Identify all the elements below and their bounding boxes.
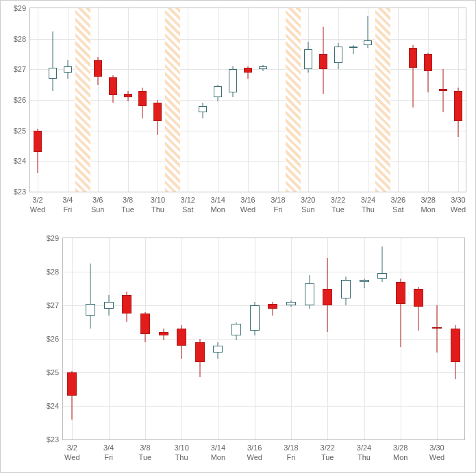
candle-body	[364, 40, 372, 45]
x-tick-label: 3/4Fri	[103, 439, 114, 463]
candle-body	[259, 66, 267, 69]
candle-body	[195, 342, 205, 362]
candle-body	[49, 68, 57, 79]
gridline-v	[308, 8, 309, 192]
gridline-h	[63, 372, 464, 373]
x-tick-label: 3/16Wed	[247, 439, 262, 463]
candle-body	[409, 48, 417, 68]
gridline-v	[248, 8, 249, 192]
x-tick-label: 3/22Tue	[321, 439, 335, 463]
gridline-v	[255, 238, 255, 439]
gridline-v	[188, 8, 188, 192]
candle-body	[377, 273, 387, 278]
candle-wick	[90, 264, 90, 329]
y-tick-label: $27	[47, 301, 63, 309]
x-tick-label: 3/24Thu	[357, 439, 371, 463]
y-tick-label: $29	[47, 234, 63, 242]
x-tick-label: 3/28Mon	[421, 192, 435, 215]
gridline-v	[291, 238, 292, 439]
y-tick-label: $25	[47, 368, 63, 376]
y-tick-label: $24	[47, 402, 63, 410]
x-tick-label: 3/14Mon	[211, 439, 225, 463]
weekend-hatch	[165, 8, 180, 192]
candle-body	[414, 289, 423, 307]
candle-wick	[443, 69, 444, 112]
y-tick-label: $26	[47, 335, 63, 343]
y-tick-label: $25	[14, 127, 30, 135]
candle-body	[244, 68, 252, 73]
x-tick-label: 3/10Thu	[174, 439, 188, 463]
candle-body	[250, 305, 260, 331]
chart-2: $23$24$25$26$27$28$293/2Wed3/4Fri3/8Tue3…	[6, 236, 470, 468]
x-tick-label: 3/26Sat	[391, 192, 405, 215]
candle-body	[454, 91, 462, 122]
y-tick-label: $29	[14, 4, 30, 12]
candle-body	[86, 304, 95, 316]
gridline-v	[398, 8, 399, 192]
candle-body	[229, 69, 237, 92]
weekend-hatch	[75, 8, 90, 192]
chart-1: $23$24$25$26$27$28$293/2Wed3/4Fri3/6Sun3…	[6, 6, 470, 220]
gridline-v	[364, 238, 365, 439]
candle-body	[268, 304, 277, 309]
x-tick-label: 3/8Tue	[139, 439, 152, 463]
candle-body	[153, 103, 162, 121]
x-tick-label: 3/2Wed	[30, 192, 45, 215]
candle-body	[424, 54, 432, 71]
chart-1-plot: $23$24$25$26$27$28$293/2Wed3/4Fri3/6Sun3…	[29, 8, 466, 192]
candle-body	[319, 54, 327, 69]
x-tick-label: 3/2Wed	[64, 439, 79, 463]
candle-body	[349, 47, 358, 48]
x-tick-label: 3/10Thu	[151, 192, 165, 215]
x-tick-label: 3/4Fri	[62, 192, 73, 215]
candle-body	[138, 91, 147, 106]
candle-body	[451, 329, 460, 362]
candle-body	[104, 302, 114, 309]
candle-body	[109, 77, 117, 96]
candle-body	[286, 302, 296, 305]
weekend-hatch	[286, 8, 301, 192]
candle-body	[199, 106, 207, 112]
candle-body	[124, 94, 132, 97]
page: $23$24$25$26$27$28$293/2Wed3/4Fri3/6Sun3…	[0, 0, 476, 473]
gridline-v	[109, 238, 110, 439]
candle-body	[341, 280, 351, 298]
candle-body	[67, 372, 77, 396]
x-tick-label: 3/30Wed	[429, 439, 444, 463]
y-tick-label: $23	[47, 435, 63, 444]
gridline-v	[218, 238, 218, 439]
gridline-h	[63, 272, 464, 272]
candle-body	[231, 324, 241, 335]
x-tick-label: 3/30Wed	[451, 192, 466, 215]
gridline-v	[98, 8, 99, 192]
x-tick-label: 3/18Fri	[271, 192, 285, 215]
x-tick-label: 3/28Mon	[393, 439, 408, 463]
candle-body	[304, 49, 312, 69]
x-tick-label: 3/12Sat	[181, 192, 195, 215]
candle-body	[177, 329, 186, 346]
candle-body	[34, 131, 42, 152]
gridline-h	[63, 406, 464, 407]
y-tick-label: $24	[14, 157, 30, 165]
x-tick-label: 3/24Thu	[361, 192, 375, 215]
candle-body	[432, 327, 442, 329]
candle-body	[323, 289, 332, 306]
candle-body	[334, 47, 342, 64]
gridline-v	[68, 8, 68, 192]
chart-2-plot: $23$24$25$26$27$28$293/2Wed3/4Fri3/8Tue3…	[62, 238, 465, 440]
candle-wick	[52, 31, 53, 91]
y-tick-label: $28	[14, 35, 30, 43]
y-tick-label: $28	[47, 268, 63, 276]
candle-body	[94, 60, 102, 77]
x-tick-label: 3/14Mon	[210, 192, 225, 215]
x-tick-label: 3/8Tue	[121, 192, 134, 215]
candle-body	[64, 66, 72, 73]
gridline-v	[278, 8, 279, 192]
x-tick-label: 3/16Wed	[240, 192, 255, 215]
gridline-v	[428, 8, 429, 192]
gridline-v	[338, 8, 339, 192]
x-tick-label: 3/20Sun	[301, 192, 315, 215]
x-tick-label: 3/18Fri	[284, 439, 298, 463]
y-tick-label: $26	[14, 96, 30, 104]
x-tick-label: 3/22Tue	[331, 192, 345, 215]
